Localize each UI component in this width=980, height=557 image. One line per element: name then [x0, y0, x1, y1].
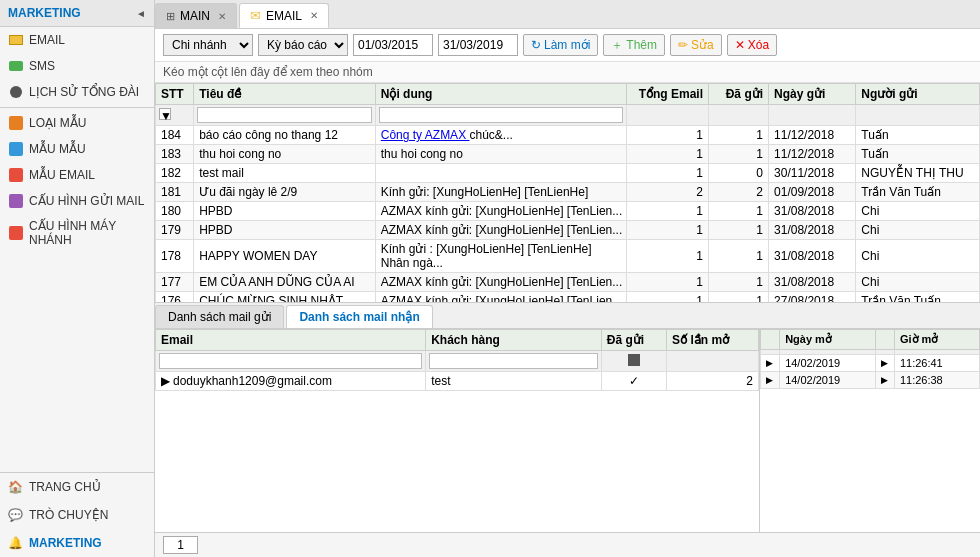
cell-arrow2: ▶: [875, 372, 894, 389]
sidebar-bottom-marketing[interactable]: 🔔 MARKETING: [0, 529, 154, 557]
col-header-noidung[interactable]: Nội dung: [375, 84, 626, 105]
cell-dagui: 1: [709, 202, 769, 221]
bottom-tab-mail-nhan[interactable]: Danh sách mail nhận: [286, 305, 432, 328]
cauhinh-icon: [8, 193, 24, 209]
add-icon: ＋: [611, 37, 623, 54]
bottom-right-col-ngaymo[interactable]: Ngày mở: [780, 330, 876, 350]
sidebar-item-mau-email[interactable]: MẪU EMAIL: [0, 162, 154, 188]
cell-ngaygui: 31/08/2018: [769, 273, 856, 292]
filter-bottom-email[interactable]: [159, 353, 422, 369]
cell-ngaygui: 31/08/2018: [769, 202, 856, 221]
sidebar-divider-1: [0, 107, 154, 108]
cell-stt: 183: [156, 145, 194, 164]
bottom-left-table-wrapper: Email Khách hàng Đã gửi Số lần mở: [155, 329, 760, 532]
cell-ngaygui: 11/12/2018: [769, 126, 856, 145]
cell-noidung: AZMAX kính gửi: [XungHoLienHe] [TenLien.…: [375, 202, 626, 221]
sidebar-item-sms[interactable]: SMS: [0, 53, 154, 79]
bottom-right-col-arrow: [875, 330, 894, 350]
filter-bottom-khachhang[interactable]: [429, 353, 598, 369]
sidebar-item-mau-mau[interactable]: MẪU MẪU: [0, 136, 154, 162]
bottom-col-khachhang[interactable]: Khách hàng: [426, 330, 602, 351]
cell-stt: 182: [156, 164, 194, 183]
bottom-tab-mail-gui[interactable]: Danh sách mail gửi: [155, 305, 284, 328]
bottom-tab-mail-nhan-label: Danh sách mail nhận: [299, 310, 419, 324]
bottom-table-row[interactable]: ▶doduykhanh1209@gmail.com test ✓ 2: [156, 372, 759, 391]
bottom-col-email[interactable]: Email: [156, 330, 426, 351]
filter-selector[interactable]: ▼: [159, 108, 171, 120]
col-header-ngaygui[interactable]: Ngày gửi: [769, 84, 856, 105]
filter-noidung[interactable]: [379, 107, 623, 123]
sidebar-item-email[interactable]: EMAIL: [0, 27, 154, 53]
email-icon: [8, 32, 24, 48]
table-row[interactable]: 178 HAPPY WOMEN DAY Kính gửi : [XungHoLi…: [156, 240, 980, 273]
table-row[interactable]: 182 test mail 1 0 30/11/2018 NGUYỄN THỊ …: [156, 164, 980, 183]
table-row[interactable]: 179 HPBD AZMAX kính gửi: [XungHoLienHe] …: [156, 221, 980, 240]
sidebar-collapse-button[interactable]: ◄: [136, 8, 146, 19]
date-from-input[interactable]: [353, 34, 433, 56]
right-table-row[interactable]: ▶ 14/02/2019 ▶ 11:26:38: [761, 372, 980, 389]
maynhanh-icon: [8, 225, 24, 241]
sidebar-item-lichsu-label: LỊCH SỬ TỔNG ĐÀI: [29, 85, 139, 99]
filter-tieude[interactable]: [197, 107, 372, 123]
branch-select[interactable]: Chi nhánh: [163, 34, 253, 56]
col-header-tieude[interactable]: Tiêu đề: [194, 84, 376, 105]
table-row[interactable]: 177 EM CỦA ANH DŨNG CỦA AI AZMAX kính gử…: [156, 273, 980, 292]
add-button[interactable]: ＋ Thêm: [603, 34, 665, 56]
page-number-input[interactable]: [163, 536, 198, 554]
tab-main-label: MAIN: [180, 9, 210, 23]
delete-button[interactable]: ✕ Xóa: [727, 34, 777, 56]
edit-label: Sửa: [691, 38, 714, 52]
sidebar-bottom-tro-chuyen[interactable]: 💬 TRÒ CHUYỆN: [0, 501, 154, 529]
cell-ngaymo: 14/02/2019: [780, 372, 876, 389]
cell-tongemail: 1: [626, 164, 708, 183]
sidebar-bottom-trochuyen-label: TRÒ CHUYỆN: [29, 508, 108, 522]
tab-email-close[interactable]: ✕: [310, 10, 318, 21]
sidebar-item-mauemail-label: MẪU EMAIL: [29, 168, 95, 182]
cell-tieude: báo cáo công no thang 12: [194, 126, 376, 145]
date-to-input[interactable]: [438, 34, 518, 56]
cell-tongemail: 2: [626, 183, 708, 202]
bottom-col-solanmo[interactable]: Số lần mở: [667, 330, 759, 351]
tab-main-close[interactable]: ✕: [218, 11, 226, 22]
sidebar: MARKETING ◄ EMAIL SMS LỊCH SỬ TỔNG ĐÀI L…: [0, 0, 155, 557]
bottom-right-col-giomo[interactable]: Giờ mở: [894, 330, 979, 350]
cell-stt: 177: [156, 273, 194, 292]
refresh-button[interactable]: ↻ Làm mới: [523, 34, 598, 56]
table-row[interactable]: 180 HPBD AZMAX kính gửi: [XungHoLienHe] …: [156, 202, 980, 221]
sidebar-item-cau-hinh-may-nhanh[interactable]: CẤU HÌNH MÁY NHÁNH: [0, 214, 154, 252]
sidebar-bottom-trangchu-label: TRANG CHỦ: [29, 480, 101, 494]
report-period-select[interactable]: Kỳ báo cáo: [258, 34, 348, 56]
row-arrow: ▶: [161, 374, 170, 388]
cell-ngaygui: 30/11/2018: [769, 164, 856, 183]
cell-email: ▶doduykhanh1209@gmail.com: [156, 372, 426, 391]
cell-noidung: Kính gửi: [XungHoLienHe] [TenLienHe]: [375, 183, 626, 202]
col-header-dagui[interactable]: Đã gửi: [709, 84, 769, 105]
cell-tieude: thu hoi cong no: [194, 145, 376, 164]
sms-icon: [8, 58, 24, 74]
table-row[interactable]: 176 CHÚC MỪNG SINH NHẬT AZMAX kính gửi: …: [156, 292, 980, 304]
sidebar-item-loai-mau[interactable]: LOẠI MẪU: [0, 110, 154, 136]
edit-button[interactable]: ✏ Sửa: [670, 34, 722, 56]
sidebar-bottom-trang-chu[interactable]: 🏠 TRANG CHỦ: [0, 473, 154, 501]
tab-main[interactable]: ⊞ MAIN ✕: [155, 3, 237, 28]
bottom-content: Email Khách hàng Đã gửi Số lần mở: [155, 329, 980, 532]
col-header-nguoigui[interactable]: Người gửi: [856, 84, 980, 105]
cell-dagui: 1: [709, 145, 769, 164]
tab-email[interactable]: ✉ EMAIL ✕: [239, 3, 329, 28]
cell-ngaymo: 14/02/2019: [780, 355, 876, 372]
sidebar-item-lich-su-tong-dai[interactable]: LỊCH SỬ TỔNG ĐÀI: [0, 79, 154, 105]
col-header-tongemail[interactable]: Tổng Email: [626, 84, 708, 105]
main-data-table: STT Tiêu đề Nội dung Tổng Email Đã gửi N…: [155, 83, 980, 303]
bottom-col-dagui[interactable]: Đã gửi: [601, 330, 666, 351]
table-row[interactable]: 183 thu hoi cong no thu hoi cong no 1 1 …: [156, 145, 980, 164]
cell-tongemail: 1: [626, 240, 708, 273]
cell-tongemail: 1: [626, 273, 708, 292]
sidebar-bottom-marketing-label: MARKETING: [29, 536, 102, 550]
cell-tieude: CHÚC MỪNG SINH NHẬT: [194, 292, 376, 304]
table-row[interactable]: 181 Ưu đãi ngày lê 2/9 Kính gửi: [XungHo…: [156, 183, 980, 202]
right-table-row[interactable]: ▶ 14/02/2019 ▶ 11:26:41: [761, 355, 980, 372]
sidebar-item-cau-hinh-gui-mail[interactable]: CẤU HÌNH GỬI MAIL: [0, 188, 154, 214]
table-row[interactable]: 184 báo cáo công no thang 12 Công ty AZM…: [156, 126, 980, 145]
tab-email-label: EMAIL: [266, 9, 302, 23]
sidebar-item-maynhanh-label: CẤU HÌNH MÁY NHÁNH: [29, 219, 146, 247]
